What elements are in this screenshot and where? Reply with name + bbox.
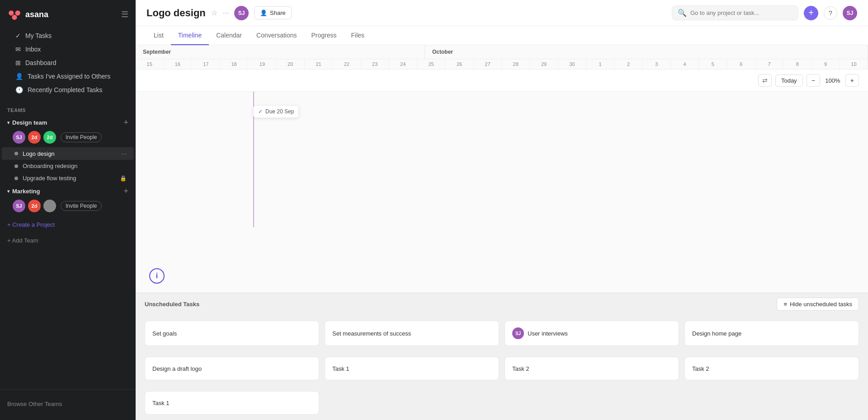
sidebar-navigation: ✓ My Tasks ✉ Inbox ⊞ Dashboard 👤 Tasks I… — [0, 25, 136, 100]
day-24: 24 — [389, 59, 417, 69]
search-icon: 🔍 — [678, 9, 687, 17]
sidebar-header: asana ☰ — [0, 0, 136, 25]
tab-timeline[interactable]: Timeline — [171, 26, 209, 45]
inbox-icon: ✉ — [15, 46, 21, 53]
design-team-header[interactable]: ▾ Design team + — [0, 116, 136, 129]
user-avatar[interactable]: SJ — [843, 6, 857, 20]
day-oct-10: 10 — [840, 59, 868, 69]
task-1-row3-label: Task 1 — [152, 400, 170, 406]
september-label: September — [136, 45, 425, 59]
share-button[interactable]: 👤 Share — [254, 6, 292, 19]
browse-other-teams-button[interactable]: Browse Other Teams — [0, 397, 136, 411]
task-card-task1-row3[interactable]: Task 1 — [145, 391, 319, 415]
design-team-add-button[interactable]: + — [123, 118, 128, 126]
task-card-task1-row2[interactable]: Task 1 — [325, 357, 499, 380]
share-icon: 👤 — [260, 9, 267, 16]
info-icon-wrapper: i — [149, 268, 165, 284]
dashboard-icon: ⊞ — [15, 59, 21, 66]
timeline-filter-button[interactable]: ⇄ — [758, 74, 772, 87]
tab-calendar[interactable]: Calendar — [209, 26, 249, 45]
sidebar-item-tasks-assigned-label: Tasks I've Assigned to Others — [28, 73, 110, 80]
timeline-area: September October 15 16 17 18 19 20 21 2… — [136, 45, 868, 420]
search-input[interactable] — [690, 9, 793, 16]
sidebar-item-inbox-label: Inbox — [25, 46, 41, 53]
sidebar-project-logo-design[interactable]: Logo design ··· — [2, 147, 134, 160]
task-2-row2-label: Task 2 — [512, 365, 529, 372]
timeline-grid: ✓ Due 20 Sep i — [136, 92, 868, 293]
share-label: Share — [270, 9, 286, 16]
sidebar-item-recently-completed[interactable]: 🕐 Recently Completed Tasks — [4, 83, 132, 97]
days-row: 15 16 17 18 19 20 21 22 23 24 25 26 27 2… — [136, 59, 868, 69]
task-card-design-draft-logo[interactable]: Design a draft logo — [145, 357, 319, 380]
sidebar-item-my-tasks[interactable]: ✓ My Tasks — [4, 29, 132, 42]
sidebar-project-onboarding[interactable]: Onboarding redesign — [2, 160, 134, 172]
add-button[interactable]: + — [804, 6, 818, 20]
marketing-team-header[interactable]: ▾ Marketing + — [0, 184, 136, 198]
task-card-design-home-page[interactable]: Design home page — [684, 321, 859, 346]
sidebar-item-dashboard[interactable]: ⊞ Dashboard — [4, 56, 132, 70]
october-label: October — [425, 45, 868, 59]
day-27: 27 — [474, 59, 502, 69]
info-icon[interactable]: i — [149, 268, 165, 284]
task-card-set-goals[interactable]: Set goals — [145, 321, 319, 346]
tab-conversations[interactable]: Conversations — [249, 26, 304, 45]
task-user-avatar: SJ — [512, 327, 524, 339]
task-card-set-measurements[interactable]: Set measurements of success — [325, 321, 499, 346]
help-button[interactable]: ? — [824, 6, 837, 20]
create-project-button[interactable]: + Create a Project — [0, 218, 136, 232]
day-oct-9: 9 — [812, 59, 840, 69]
day-26: 26 — [445, 59, 473, 69]
sidebar-item-inbox[interactable]: ✉ Inbox — [4, 42, 132, 56]
zoom-out-button[interactable]: − — [807, 74, 820, 87]
star-button[interactable]: ☆ — [211, 9, 217, 17]
tab-progress[interactable]: Progress — [304, 26, 344, 45]
add-team-label: + Add Team — [7, 237, 38, 244]
marketing-team-invite-button[interactable]: Invite People — [61, 201, 102, 211]
design-team-invite-button[interactable]: Invite People — [61, 132, 102, 142]
task-1-row2-label: Task 1 — [332, 365, 349, 372]
marketing-team-add-button[interactable]: + — [123, 187, 128, 195]
day-19: 19 — [248, 59, 276, 69]
avatar: 2d — [28, 200, 41, 212]
day-oct-1: 1 — [586, 59, 614, 69]
today-button[interactable]: Today — [775, 75, 803, 87]
timeline-inner: ✓ Due 20 Sep — [136, 92, 868, 227]
zoom-in-button[interactable]: + — [845, 74, 859, 87]
day-oct-3: 3 — [643, 59, 671, 69]
task-card-user-interviews[interactable]: SJ User interviews — [505, 321, 679, 346]
main-content: Logo design ☆ ··· SJ 👤 Share 🔍 + ? SJ Li… — [136, 0, 868, 420]
create-project-label: + Create a Project — [7, 221, 55, 228]
design-team-name: Design team — [12, 119, 47, 126]
zoom-level-label: 100% — [824, 77, 842, 84]
unscheduled-section: Unscheduled Tasks ≡ Hide unscheduled tas… — [136, 293, 868, 420]
sidebar-collapse-button[interactable]: ☰ — [121, 9, 128, 19]
more-options-button[interactable]: ··· — [223, 9, 229, 17]
day-23: 23 — [361, 59, 389, 69]
sidebar-project-upgrade-flow[interactable]: Upgrade flow testing 🔒 — [2, 172, 134, 184]
avatar: SJ — [13, 200, 25, 212]
logo-design-more-button[interactable]: ··· — [121, 150, 127, 157]
sidebar-item-tasks-assigned[interactable]: 👤 Tasks I've Assigned to Others — [4, 70, 132, 83]
my-tasks-icon: ✓ — [15, 32, 21, 39]
hide-unscheduled-button[interactable]: ≡ Hide unscheduled tasks — [777, 298, 859, 311]
topbar: Logo design ☆ ··· SJ 👤 Share 🔍 + ? SJ — [136, 0, 868, 26]
months-row: September October — [136, 45, 868, 59]
tab-list[interactable]: List — [146, 26, 171, 45]
day-29: 29 — [530, 59, 558, 69]
tab-files[interactable]: Files — [344, 26, 372, 45]
recently-completed-icon: 🕐 — [15, 86, 23, 93]
task-design-draft-logo-label: Design a draft logo — [152, 365, 202, 372]
onboarding-label: Onboarding redesign — [23, 163, 77, 169]
design-team-chevron-icon: ▾ — [7, 120, 9, 125]
design-team-members-row: SJ 2d 2d Invite People — [0, 129, 136, 147]
sidebar-item-dashboard-label: Dashboard — [25, 59, 57, 66]
avatar: 2d — [43, 131, 56, 144]
add-team-button[interactable]: + Add Team — [0, 233, 136, 247]
upgrade-flow-label: Upgrade flow testing — [23, 175, 76, 182]
tooltip-due-text: Due 20 Sep — [265, 108, 294, 115]
day-16: 16 — [164, 59, 192, 69]
day-22: 22 — [333, 59, 361, 69]
task-card-task2b-row2[interactable]: Task 2 — [684, 357, 859, 380]
task-card-task2-row2[interactable]: Task 2 — [505, 357, 679, 380]
day-18: 18 — [220, 59, 248, 69]
